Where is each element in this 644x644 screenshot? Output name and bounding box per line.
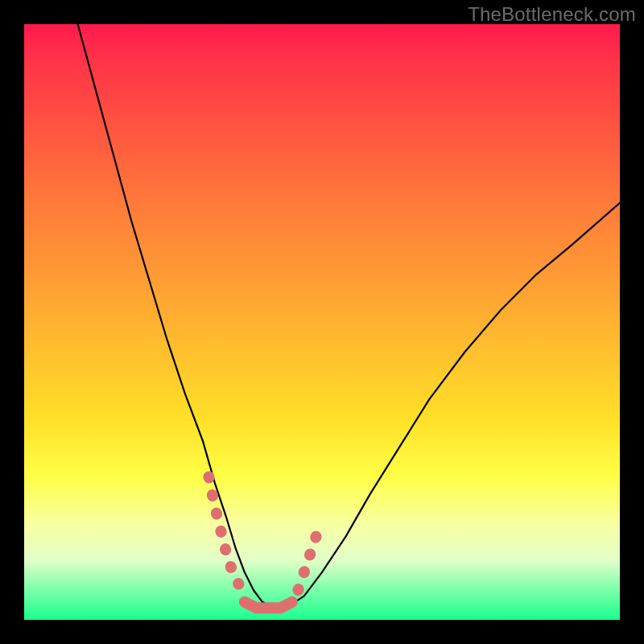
highlight-right-slope (298, 536, 316, 590)
bottleneck-curve (78, 24, 620, 608)
highlight-left-slope (208, 477, 238, 584)
plot-area (24, 24, 620, 620)
watermark-text: TheBottleneck.com (468, 3, 636, 26)
curve-svg (24, 24, 620, 620)
chart-frame: TheBottleneck.com (0, 0, 644, 644)
highlight-valley-floor (245, 602, 292, 608)
